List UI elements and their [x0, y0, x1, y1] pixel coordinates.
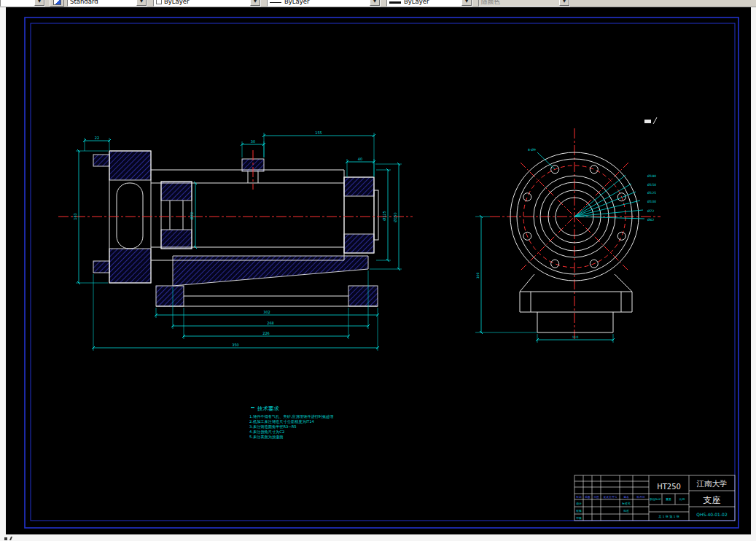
part-name: 支座 — [704, 495, 721, 505]
note-line: 2.机加工未注铸造尺寸公差精度为IT14 — [249, 419, 315, 424]
top-toolbar: ▼ Standard ▼ ByLayer ▼ ByLayer ▼ ByLayer… — [0, 0, 756, 7]
status-strip — [0, 535, 756, 541]
text-style-icon — [53, 0, 61, 5]
dim-label: 40 — [358, 157, 362, 161]
plotstyle-combo[interactable]: 随颜色 ▼ — [478, 0, 570, 7]
dim-label: Ø150 — [647, 183, 656, 187]
stage-col: 阶段标记 — [650, 497, 660, 501]
dim-label: 155 — [315, 131, 322, 135]
dim-label: Ø62 — [647, 218, 654, 222]
dim-label: Ø100 — [647, 200, 656, 203]
drawing-canvas[interactable]: 155 30 22 40 183 Ø72 Ø125 Ø150 302 268 2… — [0, 0, 756, 541]
approve-label: 批准 — [623, 509, 629, 513]
bolt-hole-callout: 8-Ø9 — [528, 148, 536, 152]
dim-label: Ø180 — [647, 174, 656, 178]
lineweight-value: ByLayer — [404, 0, 461, 6]
text-style-value: Standard — [70, 0, 136, 6]
sign-label: 校核 — [575, 509, 582, 513]
chevron-down-icon[interactable]: ▼ — [136, 0, 147, 6]
dim-label: 110 — [572, 335, 579, 339]
material-spec: HT250 — [657, 483, 681, 491]
sign-label: 设计 — [576, 502, 582, 505]
note-line: 4.未注倒角尺寸为C2 — [249, 429, 284, 435]
chevron-down-icon[interactable]: ▼ — [250, 0, 260, 6]
cad-application-window: { "toolbar": { "style": "Standard", "col… — [0, 0, 756, 541]
notes-title: 技术要求 — [257, 405, 280, 412]
chevron-down-icon[interactable]: ▼ — [559, 0, 569, 6]
note-line: 5.未注表面为涂漆面 — [249, 435, 283, 440]
stage-col: 比例 — [679, 497, 685, 501]
rev-col: 处数 — [585, 495, 591, 499]
notes-bullet — [251, 407, 254, 408]
chevron-down-icon[interactable]: ▼ — [370, 0, 380, 6]
dim-label: 183 — [73, 213, 77, 220]
dim-label: 226 — [262, 331, 270, 335]
dim-label: Ø125 — [382, 211, 386, 220]
text-style-manager-button[interactable] — [50, 0, 64, 7]
lineweight-swatch-icon — [389, 1, 401, 4]
rev-col: 更改文件号 — [604, 495, 617, 499]
dim-label: 160 — [476, 273, 480, 279]
color-swatch-icon — [156, 0, 162, 4]
note-line: 3.未注铸造圆角半径R3~R5 — [249, 424, 297, 429]
linetype-swatch-icon — [270, 2, 281, 3]
rev-col: 标记 — [575, 495, 582, 499]
color-combo[interactable]: ByLayer ▼ — [153, 0, 261, 7]
dim-label: 22 — [95, 136, 99, 140]
status-glyph — [9, 537, 12, 540]
dim-label: Ø125 — [647, 191, 656, 195]
status-glyph — [4, 537, 7, 540]
organization-name: 江南大学 — [697, 479, 728, 488]
dim-label: 30 — [251, 139, 255, 144]
chevron-down-icon[interactable]: ▼ — [34, 0, 44, 6]
chevron-down-icon[interactable]: ▼ — [461, 0, 472, 6]
rev-col: 年月日 — [636, 495, 644, 499]
stage-col: 重量 — [666, 497, 671, 501]
linetype-value: ByLayer — [284, 0, 370, 6]
workspace-combo[interactable]: ▼ — [0, 0, 45, 7]
sign-label: 审核 — [576, 516, 582, 520]
lineweight-combo[interactable]: ByLayer ▼ — [386, 0, 472, 7]
rev-col: 签名 — [623, 495, 629, 499]
drawing-number: QHS-40-01-02 — [696, 512, 728, 517]
dim-label: 350 — [232, 343, 239, 347]
note-line: 1.铸件不得有气孔、夹砂,应清理铸件进行时效处理 — [249, 414, 334, 419]
sheet-count: 共 1 张 第 1 张 — [658, 515, 680, 518]
dim-label: 302 — [263, 310, 270, 314]
rev-col: 分区 — [593, 495, 599, 499]
dim-label: 268 — [267, 321, 274, 325]
approve-label: 标准化 — [621, 502, 631, 505]
dim-label: Ø150 — [393, 212, 397, 222]
plotstyle-value: 随颜色 — [481, 0, 559, 6]
dim-label: Ø72 — [647, 209, 654, 213]
stage-header: 阶段标记 重量 比例 — [650, 497, 685, 501]
linetype-combo[interactable]: ByLayer ▼ — [267, 0, 381, 7]
color-value: ByLayer — [164, 0, 250, 6]
dim-label: Ø72 — [190, 212, 194, 219]
text-style-combo[interactable]: Standard ▼ — [67, 0, 147, 7]
